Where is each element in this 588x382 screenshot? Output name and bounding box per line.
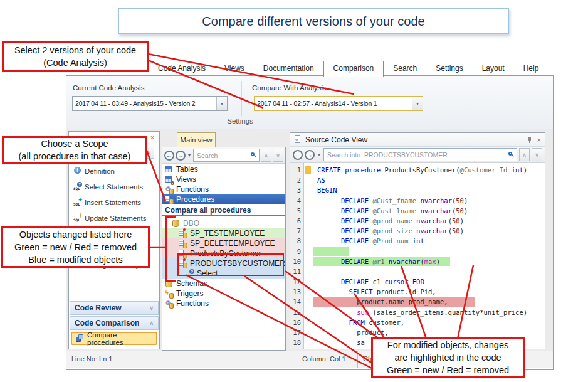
dropdown-arrow-icon[interactable]: ▾ [412, 97, 423, 110]
section-code-review[interactable]: Code Review ∨ [70, 301, 159, 315]
code-line[interactable]: DECLARE @prod_size nvarchar(50) [304, 226, 545, 236]
tree-item-label: SP_TESTEMPLOYEE [190, 229, 265, 238]
code-line[interactable]: DECLARE @prod_name nvarchar(50) [304, 216, 545, 226]
tree-search-box[interactable] [193, 149, 260, 162]
code-line[interactable]: DECLARE @Prod_num int [304, 236, 545, 246]
menu-tab-views[interactable]: Views [215, 61, 254, 76]
view-icon [165, 176, 174, 184]
tree-item-label: SP_DELETEEMPLOYEE [190, 239, 275, 248]
sidebar-item-label: Select Statements [85, 183, 143, 191]
forward-button[interactable]: → [176, 151, 186, 161]
trigger-icon [165, 290, 174, 298]
source-view-title: Source Code View [305, 135, 367, 144]
procedure-changed-icon [179, 230, 187, 238]
line-number: 4 [290, 196, 303, 206]
menu-tab-code-analysis[interactable]: Code Analysis [149, 61, 215, 76]
line-number: 11 [290, 267, 303, 277]
search-down-button[interactable]: ∨ [273, 149, 283, 162]
code-line[interactable] [304, 247, 545, 257]
search-icon[interactable] [250, 152, 257, 159]
compare-procedures-button[interactable]: Compare procedures [71, 332, 157, 345]
code-line[interactable]: CREATE procedure ProductsByCustomer(@Cus… [304, 165, 545, 175]
line-number: 12 [290, 277, 303, 287]
tree-item-functions[interactable]: Functions [162, 299, 285, 309]
tree-item-procedures[interactable]: Procedures [162, 194, 285, 204]
sidebar-item-definition[interactable]: Definition [69, 163, 159, 179]
code-editor[interactable]: 123456789101112131415161718 CREATE proce… [290, 163, 545, 349]
tree-item-triggers[interactable]: Triggers [162, 289, 285, 299]
dropdown-arrow-icon[interactable]: ▾ [216, 97, 227, 110]
tree-item-dbo[interactable]: DBO [162, 218, 285, 228]
current-analysis-label: Current Code Analysis [73, 84, 144, 92]
code-line[interactable]: BEGIN [304, 185, 545, 195]
dropdown-arrow-icon[interactable]: ▾ [317, 152, 322, 157]
compare-procedures-label: Compare procedures [87, 331, 153, 346]
sidebar-item-label: Definition [85, 167, 115, 175]
code-line[interactable]: product.name prod_name, [304, 297, 545, 307]
close-icon[interactable]: × [149, 134, 156, 141]
menu-tab-search[interactable]: Search [384, 61, 426, 76]
tree-item-views[interactable]: Views [162, 174, 285, 184]
tree-item-sp-testemployee[interactable]: SP_TESTEMPLOYEE [162, 228, 285, 238]
search-down-button[interactable]: ∨ [532, 148, 542, 161]
sidebar-item-update-statements[interactable]: Update Statements [69, 210, 159, 226]
line-number: 14 [290, 297, 303, 307]
compare-with-label: Compare With Analysis [252, 84, 327, 92]
line-number: 17 [290, 327, 303, 337]
tree-item-sp-deleteemployee[interactable]: SP_DELETEEMPLOYEE [162, 238, 285, 248]
section-code-comparison[interactable]: Code Comparison ∧ [70, 316, 159, 330]
sql-insert-icon [73, 198, 82, 206]
compare-procedures-icon [75, 334, 85, 342]
close-icon[interactable]: × [537, 136, 541, 144]
code-line[interactable]: FROM customer, [304, 317, 545, 327]
line-number: 18 [290, 337, 303, 348]
code-search-input[interactable] [326, 151, 508, 159]
sidebar-item-select-statements[interactable]: Select Statements [69, 179, 159, 194]
tree-item-label: Tables [176, 165, 198, 174]
banner-title-text: Compare different versions of your code [202, 14, 424, 29]
line-number: 2 [290, 175, 303, 185]
line-number: 3 [290, 185, 303, 195]
main-view-tab[interactable]: Main view [177, 132, 216, 147]
ribbon-group-divider [241, 81, 242, 116]
code-line[interactable]: DECLARE @Cust_fname nvarchar(50) [304, 196, 545, 206]
code-line[interactable] [304, 267, 545, 277]
sidebar-item-insert-statements[interactable]: Insert Statements [69, 194, 159, 210]
code-line[interactable]: SELECT product.id Pid, [304, 287, 545, 297]
tree-item-schemas[interactable]: Schemas [162, 279, 285, 289]
tree-search-input[interactable] [196, 151, 250, 160]
line-number: 1 [290, 165, 303, 175]
code-line[interactable]: AS [304, 175, 545, 185]
tree-item-functions[interactable]: Functions [162, 184, 285, 194]
menu-tab-settings[interactable]: Settings [426, 61, 472, 76]
forward-button[interactable]: → [305, 150, 315, 160]
menu-tab-documentation[interactable]: Documentation [254, 61, 323, 76]
search-up-button[interactable]: ∧ [519, 148, 530, 161]
code-line[interactable]: DECLARE @Cust_lname nvarchar(50) [304, 206, 545, 216]
code-search-box[interactable] [323, 148, 517, 161]
code-line[interactable]: sum (sales_order_items.quantity*unit_pri… [304, 307, 545, 317]
back-button[interactable]: ← [164, 151, 174, 161]
menu-tab-comparison[interactable]: Comparison [323, 61, 384, 77]
source-code-icon [294, 135, 303, 144]
menu-tab-help[interactable]: Help [514, 61, 549, 76]
sidebar-item-label: Update Statements [85, 215, 146, 222]
tree-item-tables[interactable]: Tables [162, 164, 285, 174]
back-button[interactable]: ← [293, 150, 303, 160]
compare-all-procedures-header: Compare all procedures [162, 204, 285, 216]
code-line[interactable]: DECLARE c1 cursor FOR [304, 277, 545, 287]
line-number: 16 [290, 317, 303, 327]
status-column: Column: Col 1 [297, 351, 358, 368]
search-icon[interactable] [508, 151, 515, 158]
callout-modified-objects: For modified objects, changes are highli… [371, 337, 525, 378]
code-line[interactable]: DECLARE @r1 nvarchar(max) [304, 257, 545, 267]
tree-toolbar: ← → ▾ ∧ ∨ [162, 147, 285, 164]
code-line[interactable]: product, [304, 327, 545, 337]
dropdown-arrow-icon[interactable]: ▾ [187, 152, 192, 158]
compare-with-combo[interactable]: 2017 04 11 - 02:57 - Analysis14 - Versio… [254, 96, 423, 111]
pin-icon[interactable] [527, 136, 532, 144]
search-up-button[interactable]: ∧ [261, 149, 271, 162]
menu-tab-layout[interactable]: Layout [473, 61, 514, 76]
callout-objects-changed: Objects changed listed here Green = new … [1, 226, 150, 268]
current-analysis-combo[interactable]: 2017 04 11 - 03:49 - Analysis15 - Versio… [72, 96, 228, 111]
